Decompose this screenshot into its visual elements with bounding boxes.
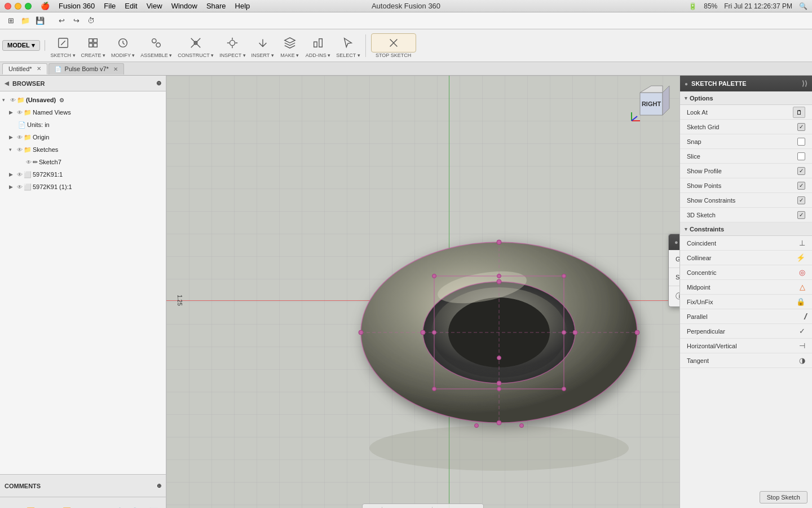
window-controls[interactable] (5, 3, 32, 10)
eye-icon[interactable]: 👁 (17, 110, 23, 116)
canvas-area[interactable]: 1.25 (166, 76, 679, 508)
history-icon[interactable]: ⏱ (85, 15, 97, 27)
tab-pulse-bomb[interactable]: 📄 Pulse Bomb v7* ✕ (48, 63, 124, 75)
app-name[interactable]: Fusion 360 (59, 2, 95, 10)
perpendicular-row[interactable]: Perpendicular ✓ (680, 324, 812, 339)
modify-icon[interactable] (113, 33, 133, 52)
tree-item-unsaved[interactable]: ▾ 👁 📁 (Unsaved) ⚙ (0, 94, 166, 106)
redo-icon[interactable]: ↪ (70, 15, 82, 27)
stop-sketch-toolbar-icon[interactable] (371, 33, 416, 52)
eye-icon[interactable]: 👁 (26, 159, 32, 165)
model-mode-btn[interactable]: MODEL ▾ (2, 40, 40, 51)
view-menu[interactable]: View (147, 2, 162, 10)
edit-menu[interactable]: Edit (125, 2, 137, 10)
tangent-row[interactable]: Tangent ◑ (680, 353, 812, 368)
tree-item-5972k91-2[interactable]: ▶ 👁 ⬜ 5972K91 (1):1 (0, 181, 166, 193)
tab-untitled-close[interactable]: ✕ (37, 65, 41, 72)
tree-expand-icon[interactable]: ▶ (9, 184, 16, 190)
apps-icon[interactable]: ⊞ (5, 15, 17, 27)
show-points-checkbox[interactable]: ✓ (797, 182, 805, 190)
tree-expand-icon[interactable]: ▾ (2, 97, 9, 103)
tree-item-sketch7[interactable]: ▶ 👁 ✏ Sketch7 (0, 156, 166, 168)
eye-icon[interactable]: 👁 (17, 134, 23, 141)
more-btn[interactable]: ⊟ (466, 506, 480, 508)
zoom-btn[interactable]: 🔍 (416, 506, 430, 508)
tab-untitled[interactable]: Untitled* ✕ (2, 63, 47, 75)
eye-icon[interactable]: 👁 (17, 147, 23, 153)
undo-icon[interactable]: ↩ (55, 15, 68, 27)
tree-expand-icon[interactable]: ▶ (9, 110, 16, 115)
btn-prev[interactable]: ⏪ (23, 505, 38, 509)
tree-item-5972k91[interactable]: ▶ 👁 ⬜ 5972K91:1 (0, 168, 166, 181)
sketch-grid-checkbox[interactable]: ✓ (797, 123, 805, 131)
window-menu[interactable]: Window (171, 2, 197, 10)
tree-item-units[interactable]: ▶ 📄 Units: in (0, 119, 166, 131)
inspect-icon[interactable] (222, 33, 242, 52)
fullscreen-button[interactable] (25, 3, 32, 10)
tree-item-origin[interactable]: ▶ 👁 📁 Origin (0, 131, 166, 143)
tree-expand-icon[interactable]: ▶ (9, 134, 16, 140)
make-icon[interactable] (280, 33, 300, 52)
display-mode-btn[interactable]: 🖥 (435, 506, 448, 508)
select-icon[interactable] (338, 33, 358, 52)
search-icon[interactable]: 🔍 (799, 2, 807, 10)
help-menu[interactable]: Help (235, 2, 250, 10)
browser-expand-btn[interactable]: ⊕ (156, 80, 161, 87)
create-icon[interactable] (83, 33, 103, 52)
stop-sketch-button[interactable]: Stop Sketch (760, 491, 807, 503)
tree-expand-icon[interactable]: ▾ (9, 147, 16, 152)
show-profile-checkbox[interactable]: ✓ (797, 167, 805, 175)
share-menu[interactable]: Share (206, 2, 226, 10)
grid-btn[interactable]: ⊞ (451, 506, 464, 508)
slice-checkbox[interactable] (797, 152, 805, 160)
file-menu[interactable]: File (104, 2, 116, 10)
eye-icon[interactable]: 👁 (17, 172, 23, 178)
btn-play[interactable]: ▶ (41, 505, 56, 509)
btn-settings2[interactable]: 🔧 (129, 505, 144, 509)
addins-icon[interactable] (308, 33, 328, 52)
home-view-btn[interactable]: ⌂ (366, 506, 379, 508)
tab-pulse-close[interactable]: ✕ (113, 66, 118, 72)
insert-icon[interactable] (253, 33, 273, 52)
btn-first[interactable]: ⏮ (5, 505, 20, 509)
comments-expand-icon[interactable]: ⊕ (157, 483, 161, 489)
construct-icon[interactable] (186, 33, 206, 52)
constraints-section-header[interactable]: ▾ Constraints (680, 222, 812, 236)
tree-expand-icon[interactable]: ▶ (9, 172, 16, 177)
coincident-row[interactable]: Coincident ⊥ (680, 236, 812, 251)
save-icon[interactable]: 💾 (34, 15, 46, 27)
minimize-button[interactable] (15, 3, 21, 10)
info-icon[interactable]: ⓘ (676, 291, 679, 301)
eye-icon[interactable]: 👁 (17, 184, 23, 190)
open-file-icon[interactable]: 📁 (19, 15, 32, 27)
btn-next[interactable]: ⏩ (59, 505, 74, 509)
comments-section[interactable]: COMMENTS ⊕ (0, 474, 166, 497)
btn-settings1[interactable]: 📋 (112, 505, 127, 509)
browser-collapse-arrow[interactable]: ◀ (5, 80, 9, 86)
fix-unfix-row[interactable]: Fix/UnFix 🔒 (680, 295, 812, 309)
viewcube[interactable]: RIGHT (629, 81, 674, 126)
assemble-icon[interactable] (146, 33, 166, 52)
btn-settings3[interactable]: 📊 (145, 505, 161, 509)
horizontal-vertical-row[interactable]: Horizontal/Vertical ⊣ (680, 339, 812, 353)
concentric-row[interactable]: Concentric ◎ (680, 265, 812, 280)
parallel-row[interactable]: Parallel // (680, 309, 812, 324)
pan-btn[interactable]: ✋ (400, 506, 414, 508)
tree-item-named-views[interactable]: ▶ 👁 📁 Named Views (0, 106, 166, 119)
close-button[interactable] (5, 3, 11, 10)
look-at-btn[interactable]: 🗒 (793, 107, 805, 118)
orbit-btn[interactable]: 🖐 (385, 506, 398, 508)
collinear-row[interactable]: Collinear ⚡ (680, 251, 812, 265)
unsaved-badge[interactable]: ⚙ (59, 97, 64, 103)
btn-last[interactable]: ⏭ (77, 505, 92, 509)
show-constraints-checkbox[interactable]: ✓ (797, 196, 805, 204)
3d-sketch-checkbox[interactable]: ✓ (797, 211, 805, 219)
midpoint-row[interactable]: Midpoint △ (680, 280, 812, 295)
tree-item-sketches[interactable]: ▾ 👁 📁 Sketches (0, 143, 166, 156)
eye-icon[interactable]: 👁 (10, 97, 16, 103)
palette-expand-btn[interactable]: ⟩⟩ (802, 80, 807, 87)
apple-menu[interactable]: 🍎 (41, 2, 50, 10)
snap-checkbox[interactable] (797, 138, 805, 146)
sketch-icon[interactable] (53, 33, 73, 52)
options-section-header[interactable]: ▾ Options (680, 91, 812, 105)
